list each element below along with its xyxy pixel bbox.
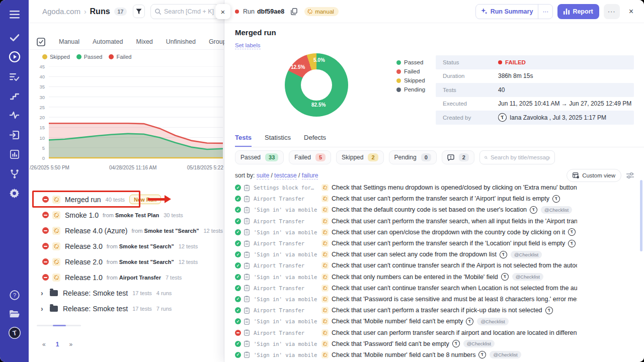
tab-statistics[interactable]: Statistics (265, 134, 291, 147)
spinner-icon (323, 208, 328, 212)
filter-chip-pending[interactable]: Pending0 (389, 150, 437, 164)
test-result-row[interactable]: Settings block for…Check that Settings m… (235, 182, 577, 193)
info-label: Created by (436, 115, 498, 121)
sort-option-suite[interactable]: suite (257, 172, 269, 179)
run-group-item[interactable]: ›Release: Smoke test17 tests4 runs (29, 285, 224, 301)
tab-mixed[interactable]: Mixed (136, 38, 152, 45)
manual-test-icon (321, 274, 329, 281)
test-result-row[interactable]: 'Sign in' via mobileCheck that only numb… (235, 272, 577, 283)
run-list-item[interactable]: Release 3.0from Smoke test "Search"12 te… (29, 238, 224, 254)
comments-filter-chip[interactable]: 2 (442, 150, 474, 164)
test-result-row[interactable]: 'Sign in' via mobileCheck that 'Mobile n… (235, 349, 577, 360)
testcase-icon (244, 240, 250, 247)
breadcrumb-project[interactable]: Agoda.com (42, 7, 80, 16)
test-result-row[interactable]: Airport TransferCheck that user can't pe… (235, 193, 577, 204)
run-list-item[interactable]: Release 2.0from Smoke test "Search"12 te… (29, 254, 224, 269)
run-list-item[interactable]: Merged run40 testsNew Run (29, 192, 224, 207)
steps-icon[interactable] (0, 88, 29, 104)
filter-chip-failed[interactable]: Failed5 (289, 150, 331, 164)
test-result-row[interactable]: 'Sign in' via mobileCheck that user can … (235, 249, 577, 260)
filter-button[interactable] (133, 5, 145, 18)
test-runs-icon[interactable] (0, 49, 29, 64)
breadcrumb-section[interactable]: Runs (90, 7, 110, 16)
more-actions-button[interactable]: ··· (604, 4, 620, 19)
passed-status-icon (235, 296, 241, 302)
checkmark-icon[interactable] (0, 30, 29, 45)
test-result-row[interactable]: 'Sign in' via mobileCheck that 'Mobile n… (235, 316, 577, 327)
assignee-avatar: T (452, 339, 460, 348)
pagination-current-page[interactable]: 1 (56, 341, 59, 348)
passed-status-icon (235, 341, 241, 347)
tests-search-input[interactable] (491, 154, 550, 160)
copy-icon[interactable] (291, 8, 297, 15)
tab-tests[interactable]: Tests (235, 134, 252, 147)
test-result-row[interactable]: 'Sign in' via mobileCheck that 'Password… (235, 338, 577, 349)
test-result-row[interactable]: Airport TransferCheck that user can't pe… (235, 216, 577, 227)
scrollbar-thumb[interactable] (53, 325, 66, 326)
test-result-row[interactable]: 'Sign in' via mobileCheck that user can … (235, 227, 577, 238)
assignee-avatar: T (501, 273, 509, 281)
help-icon[interactable]: ? (0, 288, 29, 303)
run-group-item[interactable]: ›Release: Smoke test17 tests7 runs (29, 301, 224, 316)
test-result-row[interactable]: Airport TransferCheck that user can't co… (235, 260, 577, 271)
run-list-item[interactable]: Smoke 1.0from Smoke Test Plan30 tests (29, 207, 224, 223)
close-run-detail-button[interactable]: × (626, 7, 636, 16)
pagination-prev[interactable]: « (42, 341, 46, 348)
testcase-icon (244, 251, 250, 258)
pulse-icon[interactable] (0, 108, 29, 123)
import-icon[interactable] (0, 127, 29, 142)
filter-chip-skipped[interactable]: Skipped2 (336, 150, 384, 164)
assignee-avatar: T (568, 228, 576, 236)
run-list-item[interactable]: Release 4.0 (Azure)from Smoke test "Sear… (29, 223, 224, 238)
legend-item: Skipped (42, 54, 70, 60)
manual-run-icon (52, 196, 60, 204)
test-result-row[interactable]: Airport TransferCheck that user can't co… (235, 283, 577, 294)
report-button[interactable]: Report (557, 4, 599, 19)
legend-item: Failed (109, 54, 131, 60)
tests-search[interactable] (479, 150, 555, 164)
info-value: 40 (498, 86, 505, 94)
sort-option-testcase[interactable]: testcase (274, 172, 297, 179)
panel-close-button[interactable]: × (215, 4, 230, 19)
test-result-row[interactable]: 'Sign in' via mobileCheck that the defau… (235, 204, 577, 215)
tab-manual[interactable]: Manual (59, 38, 79, 45)
runs-search-input[interactable] (164, 8, 214, 15)
gear-icon[interactable] (0, 186, 29, 201)
test-title: Check that 'Password' field can't be emp… (332, 340, 449, 347)
run-summary-more-button[interactable]: ··· (538, 5, 552, 19)
y-axis-label: 10 (30, 135, 45, 141)
test-result-row[interactable]: 'Sign in' via mobileCheck that 'Password… (235, 294, 577, 305)
projects-folder-icon[interactable] (0, 306, 29, 321)
run-list-item[interactable]: Release 1.0from Airport Transfer7 tests (29, 269, 224, 285)
pagination-next[interactable]: » (69, 341, 72, 348)
horizontal-scrollbar[interactable] (37, 325, 81, 326)
manual-test-icon (321, 262, 329, 269)
run-summary-button[interactable]: Run Summary ··· (475, 4, 553, 19)
custom-view-button[interactable]: Custom view (567, 169, 621, 182)
test-suite-name: Airport Transfer (254, 307, 319, 313)
select-all-icon[interactable] (37, 38, 45, 46)
filter-chip-passed[interactable]: Passed33 (235, 150, 284, 164)
test-result-row[interactable]: Airport TransferCheck that user can't pe… (235, 238, 577, 249)
tab-defects[interactable]: Defects (304, 134, 326, 147)
sort-option-failure[interactable]: failure (302, 172, 318, 179)
vertical-scrollbar[interactable] (640, 180, 642, 251)
run-id: dbf59ae8 (257, 8, 284, 15)
user-avatar[interactable]: T (0, 325, 29, 340)
test-result-row[interactable]: Airport TransferCheck that user can perf… (235, 327, 577, 338)
bar-chart-icon[interactable] (0, 147, 29, 162)
from-word: from (107, 243, 118, 249)
view-settings-icon[interactable] (626, 172, 634, 178)
tab-automated[interactable]: Automated (93, 38, 123, 45)
testcase-icon (244, 351, 250, 358)
menu-icon[interactable] (0, 7, 29, 22)
test-result-row[interactable]: Airport TransferCheck that user can't pe… (235, 305, 577, 316)
history-area-chart: 051015202530354045/26/2025 5:50 PM04/28/… (29, 63, 224, 175)
list-check-icon[interactable] (0, 69, 29, 84)
checklist-tag: @Checklist (511, 251, 542, 258)
runs-search[interactable] (150, 4, 219, 19)
set-labels-link[interactable]: Set labels (235, 42, 261, 49)
from-word: from (132, 228, 143, 234)
tab-unfinished[interactable]: Unfinished (166, 38, 196, 45)
branch-icon[interactable] (0, 166, 29, 182)
